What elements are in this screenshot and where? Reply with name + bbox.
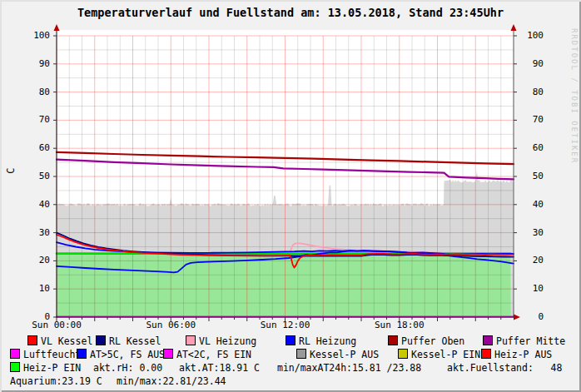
y-axis-label-right: 10 (517, 284, 544, 294)
y-axis-label-right: 40 (517, 200, 544, 210)
y-axis-label-left: 60 (23, 143, 50, 153)
legend-label: RL Heizung (299, 335, 356, 347)
legend-label: akt.rH: 0.00 (93, 362, 162, 374)
y-axis-label-right: 0 (517, 312, 544, 322)
y-axis-label-right: 60 (517, 143, 544, 153)
legend-item: Puffer Oben (388, 335, 464, 347)
heiz-p-ein-area (57, 254, 511, 317)
y-axis-label-left: 70 (23, 115, 50, 125)
legend-swatch (186, 335, 196, 345)
legend-label: VL Kessel (41, 335, 92, 347)
legend-label: Heiz-P AUS (494, 349, 552, 360)
legend-swatch (398, 349, 408, 359)
y-axis-arrow (54, 24, 60, 31)
legend-label: akt.AT:18.91 C (179, 362, 260, 374)
legend-item: Heiz-P EIN (10, 362, 81, 374)
y-axis-label-left: 100 (23, 31, 50, 41)
legend-readout: akt.rH: 0.00 (93, 362, 162, 374)
x-axis-label: Sun 06:00 (133, 320, 208, 330)
y-axis-label-left: 10 (23, 284, 50, 294)
legend-swatch (296, 349, 306, 359)
legend-label: Puffer Oben (401, 335, 464, 347)
legend-readout: akt.Fuellstand: 48 (447, 362, 562, 374)
legend-item: VL Heizung (186, 335, 256, 347)
legend-swatch (96, 335, 106, 345)
y-axis-label-right: 30 (517, 228, 544, 238)
legend-readout: min/max:22.81/23.44 (117, 375, 226, 387)
y-axis-label-right: 50 (517, 171, 544, 181)
legend-label: VL Heizung (199, 335, 256, 347)
legend-swatch (27, 335, 37, 345)
legend-label: Heiz-P EIN (23, 362, 81, 374)
y-axis-label-right: 70 (517, 115, 544, 125)
legend-item: AT>5C, FS AUS (77, 349, 165, 360)
legend-item: Kessel-P EIN (398, 349, 480, 360)
y-axis-label-left: 50 (23, 171, 50, 181)
legend-item: AT<2C, FS EIN (163, 349, 251, 360)
legend-readout: Aquarium:23.19 C (10, 375, 102, 387)
x-axis-label: Sun 12:00 (248, 320, 323, 330)
legend-label: AT<2C, FS EIN (176, 349, 251, 360)
y-axis-label-right: 100 (517, 31, 544, 41)
legend-label: AT>5C, FS AUS (90, 349, 165, 360)
rrdtool-graph-window: Temperaturverlauf und Fuellstand am: 13.… (0, 0, 581, 392)
legend-label: Puffer Mitte (496, 335, 565, 347)
chart-legend: VL KesselRL KesselVL HeizungRL HeizungPu… (0, 335, 581, 390)
legend-swatch (10, 362, 20, 372)
right-axis-arrow (511, 24, 517, 31)
legend-swatch (388, 335, 398, 345)
y-axis-label-right: 20 (517, 256, 544, 265)
x-axis-label: Sun 18:00 (362, 320, 437, 330)
legend-swatch (286, 335, 295, 345)
legend-item: RL Kessel (96, 335, 161, 347)
x-axis-label: Sun 00:00 (19, 320, 94, 330)
legend-label: akt.Fuellstand: 48 (447, 362, 562, 374)
legend-item: Puffer Mitte (483, 335, 565, 347)
legend-row: Aquarium:23.19 Cmin/max:22.81/23.44 (0, 375, 581, 389)
legend-readout: akt.AT:18.91 C (179, 362, 260, 374)
legend-row: LuftfeuchteAT>5C, FS AUSAT<2C, FS EINKes… (0, 349, 581, 362)
legend-label: min/max:22.81/23.44 (117, 375, 226, 387)
y-axis-label-left: 20 (23, 256, 50, 265)
legend-label: Aquarium:23.19 C (10, 375, 102, 387)
legend-row: VL KesselRL KesselVL HeizungRL HeizungPu… (0, 335, 581, 349)
legend-swatch (483, 335, 493, 345)
y-axis-label-right: 90 (517, 59, 544, 69)
y-axis-label-left: 30 (23, 228, 50, 238)
legend-label: min/maxAT24h:15.81 /23.88 (277, 362, 421, 374)
legend-item: RL Heizung (286, 335, 356, 347)
y-axis-label-left: 80 (23, 87, 50, 97)
legend-item: Kessel-P AUS (296, 349, 379, 360)
legend-swatch (481, 349, 491, 359)
legend-item: VL Kessel (27, 335, 92, 347)
legend-readout: min/maxAT24h:15.81 /23.88 (277, 362, 421, 374)
y-axis-label-left: 40 (23, 200, 50, 210)
y-axis-label-right: 80 (517, 87, 544, 97)
legend-item: Luftfeuchte (10, 349, 87, 360)
legend-item: Heiz-P AUS (481, 349, 552, 360)
legend-label: Kessel-P AUS (310, 349, 379, 360)
legend-row: Heiz-P EINakt.rH: 0.00akt.AT:18.91 Cmin/… (0, 362, 581, 375)
legend-label: Kessel-P EIN (411, 349, 480, 360)
y-axis-label-left: 90 (23, 59, 50, 69)
legend-swatch (10, 349, 20, 359)
legend-swatch (77, 349, 87, 359)
legend-label: RL Kessel (109, 335, 161, 347)
chart-canvas (0, 0, 581, 392)
legend-swatch (163, 349, 173, 359)
